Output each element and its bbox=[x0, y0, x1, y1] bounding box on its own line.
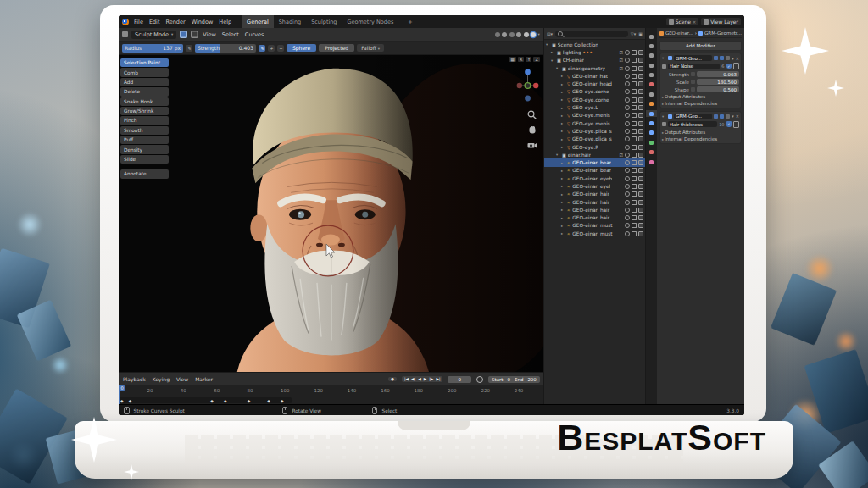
camera-toggle[interactable] bbox=[638, 176, 643, 181]
tool-puff[interactable]: Puff bbox=[120, 136, 169, 144]
eye-toggle[interactable] bbox=[625, 176, 630, 181]
keyframe-diamond[interactable]: ◆ bbox=[267, 399, 270, 403]
screen-toggle[interactable] bbox=[632, 50, 637, 55]
disclosure-arrow[interactable]: ▸ bbox=[561, 216, 565, 220]
eye-toggle[interactable] bbox=[625, 58, 630, 63]
outliner-row[interactable]: ▸▽GEO-eye.menis bbox=[544, 119, 645, 127]
transport-button-3[interactable]: ▶ bbox=[424, 377, 427, 381]
brush-toggle[interactable] bbox=[191, 30, 198, 38]
shading-rendered-icon[interactable] bbox=[531, 32, 536, 37]
add-modifier-button[interactable]: Add Modifier bbox=[659, 41, 742, 51]
disclosure-arrow[interactable]: ▸ bbox=[561, 114, 565, 118]
disclosure-arrow[interactable]: ▸ bbox=[561, 90, 565, 94]
attribute-toggle-icon[interactable] bbox=[691, 72, 695, 76]
camera-toggle[interactable] bbox=[638, 74, 643, 79]
zoom-icon[interactable] bbox=[526, 109, 537, 120]
outliner-row[interactable]: ▸≈GEO-einar_bear bbox=[544, 158, 645, 166]
screen-toggle[interactable] bbox=[632, 145, 637, 150]
properties-tab-tool[interactable] bbox=[646, 33, 657, 40]
outliner-row[interactable]: ▸▽GEO-eye.L bbox=[544, 103, 645, 111]
camera-toggle[interactable] bbox=[638, 191, 643, 197]
close-icon[interactable]: ✕ bbox=[693, 19, 696, 25]
screen-toggle[interactable] bbox=[632, 215, 637, 220]
timeline-menu-playback[interactable]: Playback bbox=[122, 376, 147, 382]
disclosure-arrow[interactable]: ▸ bbox=[561, 161, 565, 165]
screen-toggle[interactable] bbox=[632, 66, 637, 71]
camera-view-icon[interactable] bbox=[526, 140, 537, 151]
fake-user-shield-icon[interactable]: ✓ bbox=[726, 121, 732, 127]
screen-toggle[interactable] bbox=[632, 200, 637, 205]
screen-toggle[interactable] bbox=[632, 223, 637, 228]
close-icon[interactable]: ✕ bbox=[736, 56, 739, 61]
outliner-row[interactable]: ▾▣einar.geometry☑ bbox=[544, 64, 645, 72]
properties-tab-scene[interactable] bbox=[646, 72, 657, 79]
screen-toggle[interactable] bbox=[632, 191, 637, 197]
eye-toggle[interactable] bbox=[625, 184, 630, 189]
modifier-name-field[interactable]: GRM-Geo... bbox=[674, 114, 712, 119]
transport-button-0[interactable]: |◀ bbox=[404, 377, 409, 381]
realtime-toggle[interactable] bbox=[720, 114, 724, 119]
outliner-row[interactable]: ▸▽GEO-eye.menis bbox=[544, 112, 645, 119]
timeline-ruler[interactable]: 0 20406080100120140160180200220240◆◆◆◆◆◆… bbox=[119, 385, 543, 404]
node-group-name[interactable]: Hair Noise bbox=[668, 64, 720, 69]
mode-dropdown[interactable]: Sculpt Mode ▾ bbox=[131, 30, 176, 39]
properties-tab-material[interactable] bbox=[646, 149, 657, 156]
screen-toggle[interactable] bbox=[632, 136, 637, 141]
camera-toggle[interactable] bbox=[638, 152, 643, 158]
strength-pressure-icon[interactable]: ✎ bbox=[259, 45, 265, 52]
outliner-row[interactable]: ▸▽GEO-einar_head bbox=[544, 80, 645, 87]
menu-render[interactable]: Render bbox=[164, 19, 186, 25]
tool-annotate[interactable]: Annotate bbox=[120, 169, 169, 178]
camera-toggle[interactable] bbox=[638, 208, 643, 213]
properties-tab-object-data[interactable] bbox=[646, 139, 657, 146]
eye-toggle[interactable] bbox=[625, 66, 630, 71]
camera-toggle[interactable] bbox=[638, 215, 643, 220]
record-button[interactable]: ● bbox=[388, 377, 397, 381]
outliner-row[interactable]: ▸≈GEO-einar_bear bbox=[544, 167, 645, 175]
screen-toggle[interactable] bbox=[632, 152, 637, 158]
camera-toggle[interactable] bbox=[638, 81, 643, 86]
field-value-slider[interactable]: 180.500 bbox=[697, 79, 739, 85]
disclosure-arrow[interactable]: ▸ bbox=[561, 121, 565, 125]
viewport-menu-curves[interactable]: Curves bbox=[244, 31, 265, 38]
frame-range-fields[interactable]: Start 0 End 200 bbox=[488, 376, 540, 383]
shading-solid-icon[interactable] bbox=[516, 32, 521, 37]
screen-toggle[interactable] bbox=[632, 113, 637, 118]
node-tree-icon[interactable] bbox=[662, 122, 666, 126]
new-collection-icon[interactable]: ▣ bbox=[638, 31, 643, 36]
subtract-mode-icon[interactable]: − bbox=[277, 45, 284, 52]
internal-dependencies-section[interactable]: ▸Internal Dependencies bbox=[662, 101, 739, 106]
eye-toggle[interactable] bbox=[625, 81, 630, 86]
screen-toggle[interactable] bbox=[632, 81, 637, 86]
keyframe-diamond[interactable]: ◆ bbox=[120, 399, 124, 403]
workspace-tab-sculpting[interactable]: Sculpting bbox=[306, 15, 342, 28]
menu-edit[interactable]: Edit bbox=[148, 19, 161, 25]
render-toggle[interactable] bbox=[726, 114, 730, 119]
eye-toggle[interactable] bbox=[625, 231, 630, 236]
mirror-y-toggle[interactable]: Y bbox=[526, 57, 531, 62]
disclosure-arrow[interactable]: ▸ bbox=[561, 231, 565, 236]
edit-mode-toggle[interactable] bbox=[714, 114, 718, 119]
properties-tab-collection[interactable] bbox=[646, 91, 657, 97]
transport-button-2[interactable]: ◀ bbox=[418, 377, 421, 381]
add-workspace-button[interactable]: + bbox=[403, 19, 417, 25]
blender-logo-icon[interactable] bbox=[122, 19, 129, 25]
camera-toggle[interactable] bbox=[638, 160, 643, 165]
eye-toggle[interactable] bbox=[625, 121, 630, 126]
screen-toggle[interactable] bbox=[632, 160, 637, 165]
keyframe-diamond[interactable]: ◆ bbox=[129, 399, 132, 403]
eye-toggle[interactable] bbox=[625, 129, 630, 134]
field-value-slider[interactable]: 0.500 bbox=[697, 86, 739, 92]
add-mode-icon[interactable]: + bbox=[268, 45, 275, 52]
scene-selector[interactable]: Scene ✕ bbox=[666, 18, 699, 25]
screen-toggle[interactable] bbox=[632, 58, 637, 63]
snap-icon[interactable] bbox=[502, 32, 507, 37]
collection-checkbox[interactable]: ☑ bbox=[619, 50, 622, 55]
shading-material-icon[interactable] bbox=[524, 32, 529, 37]
tool-smooth[interactable]: Smooth bbox=[120, 126, 169, 135]
camera-toggle[interactable] bbox=[638, 145, 643, 150]
disclosure-arrow[interactable]: ▸ bbox=[561, 97, 565, 102]
disclosure-arrow[interactable]: ▸ bbox=[561, 82, 565, 86]
modifier-name-field[interactable]: GRM-Geo... bbox=[674, 55, 712, 61]
camera-toggle[interactable] bbox=[638, 121, 643, 126]
